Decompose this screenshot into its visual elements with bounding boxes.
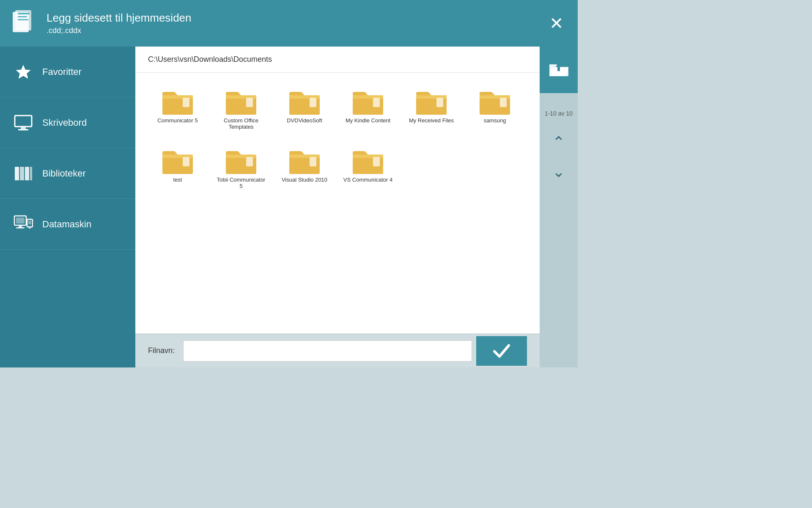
- sidebar-label-skrivebord: Skrivebord: [42, 117, 87, 128]
- filename-input[interactable]: [183, 340, 472, 362]
- confirm-button[interactable]: [476, 336, 527, 366]
- folder-item[interactable]: Tobii Communicator 5: [211, 141, 271, 196]
- desktop-icon: [13, 112, 34, 133]
- computer-icon: [13, 214, 34, 235]
- svg-rect-12: [30, 167, 32, 180]
- filename-label: Filnavn:: [148, 346, 175, 355]
- sidebar-item-biblioteker[interactable]: Biblioteker: [0, 148, 135, 199]
- folder-item[interactable]: VS Communicator 4: [338, 141, 398, 196]
- svg-rect-3: [18, 16, 27, 17]
- chevron-up-icon: ⌃: [552, 133, 565, 151]
- svg-rect-4: [18, 19, 28, 20]
- star-icon: [13, 61, 34, 83]
- folder-item[interactable]: test: [148, 141, 207, 196]
- folder-name: My Kindle Content: [346, 117, 390, 124]
- dialog-subtitle: .cdd;.cddx: [47, 26, 192, 35]
- svg-rect-46: [310, 157, 316, 166]
- folder-name: test: [173, 177, 182, 183]
- folder-item[interactable]: My Kindle Content: [338, 81, 398, 136]
- close-button[interactable]: ✕: [544, 11, 569, 36]
- folder-name: Communicator 5: [157, 117, 198, 124]
- svg-rect-6: [15, 116, 32, 127]
- svg-rect-10: [20, 167, 24, 180]
- svg-rect-8: [18, 129, 28, 130]
- chevron-down-icon: ⌄: [552, 163, 565, 181]
- svg-rect-49: [373, 157, 380, 166]
- folder-item[interactable]: samsung: [465, 81, 524, 136]
- folder-name: samsung: [484, 117, 506, 124]
- svg-rect-43: [246, 157, 253, 166]
- folder-name: Custom Office Templates: [216, 117, 266, 130]
- pagination-info: 1-10 av 10: [543, 102, 575, 125]
- svg-marker-5: [16, 65, 30, 79]
- folder-item[interactable]: DVDVideoSoft: [275, 81, 334, 136]
- folder-name: Visual Studio 2010: [282, 177, 327, 183]
- sidebar-label-biblioteker: Biblioteker: [42, 168, 86, 179]
- sidebar-label-datamaskin: Datamaskin: [42, 219, 91, 230]
- sidebar-item-favoritter[interactable]: Favoritter: [0, 47, 135, 97]
- dialog-title: Legg sidesett til hjemmesiden: [47, 11, 192, 25]
- right-panel: 1-10 av 10 ⌃ ⌄: [540, 47, 578, 367]
- folder-name: My Received Files: [409, 117, 454, 124]
- folder-item[interactable]: Communicator 5: [148, 81, 207, 136]
- svg-rect-18: [28, 221, 31, 224]
- svg-rect-31: [373, 98, 380, 107]
- folder-item[interactable]: Visual Studio 2010: [275, 141, 334, 196]
- header-text-block: Legg sidesett til hjemmesiden .cdd;.cddx: [47, 11, 192, 35]
- folder-item[interactable]: Custom Office Templates: [211, 81, 271, 136]
- folder-name: Tobii Communicator 5: [216, 177, 266, 189]
- dialog-header: Legg sidesett til hjemmesiden .cdd;.cddx…: [0, 0, 578, 47]
- content-area: C:\Users\vsn\Downloads\Documents Communi…: [135, 47, 540, 367]
- svg-rect-34: [436, 98, 443, 107]
- svg-rect-16: [16, 227, 25, 229]
- svg-rect-37: [500, 98, 507, 107]
- sidebar: Favoritter Skrivebord Bibli: [0, 47, 135, 367]
- svg-rect-14: [16, 218, 25, 224]
- svg-rect-25: [246, 98, 253, 107]
- svg-rect-40: [183, 157, 189, 166]
- folder-name: VS Communicator 4: [343, 177, 392, 183]
- folder-item[interactable]: My Received Files: [402, 81, 461, 136]
- svg-rect-19: [29, 227, 31, 229]
- scroll-down-button[interactable]: ⌄: [544, 159, 573, 185]
- svg-rect-2: [18, 13, 30, 14]
- svg-rect-22: [183, 98, 189, 107]
- main-layout: Favoritter Skrivebord Bibli: [0, 47, 578, 367]
- scroll-up-button[interactable]: ⌃: [544, 130, 573, 155]
- library-icon: [13, 163, 34, 184]
- svg-rect-11: [25, 167, 29, 180]
- folder-open-button[interactable]: [540, 47, 578, 93]
- svg-rect-9: [15, 167, 19, 180]
- folder-name: DVDVideoSoft: [287, 117, 322, 124]
- file-grid: Communicator 5Custom Office TemplatesDVD…: [135, 73, 540, 334]
- bottom-bar: Filnavn:: [135, 334, 540, 367]
- sidebar-item-datamaskin[interactable]: Datamaskin: [0, 199, 135, 250]
- sidebar-label-favoritter: Favoritter: [42, 66, 82, 77]
- path-bar: C:\Users\vsn\Downloads\Documents: [135, 47, 540, 73]
- svg-rect-15: [19, 225, 22, 227]
- sidebar-item-skrivebord[interactable]: Skrivebord: [0, 97, 135, 148]
- svg-rect-28: [310, 98, 316, 107]
- app-icon: [8, 8, 38, 38]
- svg-rect-7: [21, 127, 26, 129]
